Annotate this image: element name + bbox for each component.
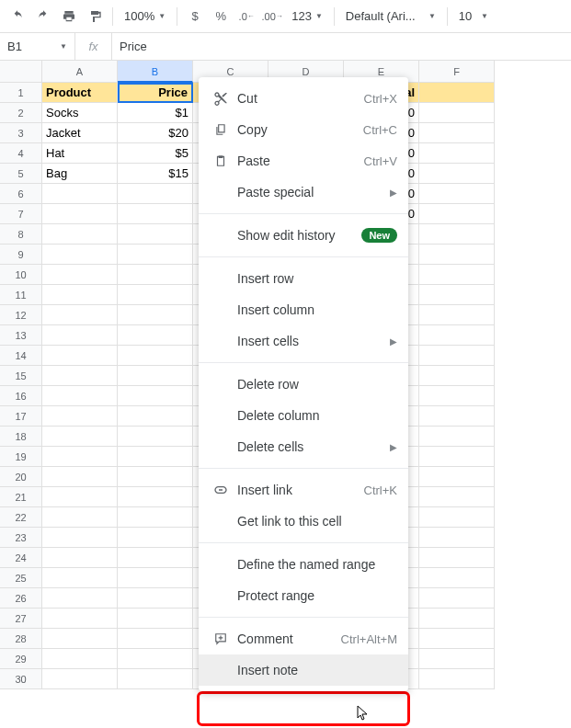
cell[interactable]: Bag: [42, 164, 118, 184]
ctx-delete-row[interactable]: Delete row: [199, 369, 408, 400]
cell[interactable]: [419, 487, 495, 507]
cell[interactable]: [419, 669, 495, 689]
cell[interactable]: [419, 609, 495, 629]
cell[interactable]: [118, 447, 193, 467]
cell[interactable]: [42, 245, 118, 265]
cell[interactable]: [42, 325, 118, 346]
cell[interactable]: [118, 245, 193, 265]
cell[interactable]: [118, 325, 193, 346]
cell[interactable]: [419, 548, 495, 568]
cell[interactable]: [42, 366, 118, 386]
cell[interactable]: [419, 568, 495, 588]
cell[interactable]: [42, 507, 118, 528]
cell[interactable]: [42, 528, 118, 548]
cell[interactable]: [42, 447, 118, 467]
cell[interactable]: [42, 224, 118, 245]
cell[interactable]: $5: [118, 143, 193, 164]
row-header[interactable]: 1: [0, 83, 42, 103]
ctx-copy[interactable]: Copy Ctrl+C: [199, 114, 408, 145]
row-header[interactable]: 15: [0, 366, 42, 386]
cell[interactable]: Price: [118, 83, 193, 103]
col-header-B[interactable]: B: [118, 61, 193, 83]
row-header[interactable]: 19: [0, 447, 42, 467]
row-header[interactable]: 13: [0, 325, 42, 346]
cell[interactable]: [419, 184, 495, 204]
cell[interactable]: [419, 123, 495, 143]
row-header[interactable]: 21: [0, 487, 42, 507]
cell[interactable]: [118, 568, 193, 588]
cell[interactable]: [419, 588, 495, 609]
row-header[interactable]: 10: [0, 265, 42, 285]
cell[interactable]: [42, 265, 118, 285]
cell[interactable]: [419, 406, 495, 427]
cell[interactable]: [118, 588, 193, 609]
cell[interactable]: [419, 507, 495, 528]
cell[interactable]: [419, 143, 495, 164]
cell[interactable]: [118, 609, 193, 629]
cell[interactable]: [118, 224, 193, 245]
ctx-insert-column[interactable]: Insert column: [199, 294, 408, 325]
row-header[interactable]: 23: [0, 528, 42, 548]
ctx-insert-row[interactable]: Insert row: [199, 263, 408, 294]
cell[interactable]: Socks: [42, 103, 118, 123]
cell[interactable]: [118, 204, 193, 224]
redo-button[interactable]: [31, 5, 55, 28]
formula-input[interactable]: Price: [112, 40, 154, 53]
row-header[interactable]: 11: [0, 285, 42, 305]
row-header[interactable]: 26: [0, 588, 42, 609]
cell[interactable]: [42, 204, 118, 224]
cell[interactable]: [419, 204, 495, 224]
ctx-get-link[interactable]: Get link to this cell: [199, 506, 408, 537]
cell[interactable]: [42, 184, 118, 204]
row-header[interactable]: 4: [0, 143, 42, 164]
zoom-dropdown[interactable]: 100%▼: [119, 9, 171, 23]
row-header[interactable]: 2: [0, 103, 42, 123]
cell[interactable]: Product: [42, 83, 118, 103]
row-header[interactable]: 25: [0, 568, 42, 588]
cell[interactable]: [118, 285, 193, 305]
cell[interactable]: [42, 568, 118, 588]
row-header[interactable]: 7: [0, 204, 42, 224]
cell[interactable]: [419, 224, 495, 245]
cell[interactable]: [42, 487, 118, 507]
cell[interactable]: $1: [118, 103, 193, 123]
row-header[interactable]: 18: [0, 427, 42, 447]
cell[interactable]: [419, 386, 495, 406]
cell[interactable]: [42, 609, 118, 629]
cell[interactable]: [118, 427, 193, 447]
cell[interactable]: [118, 406, 193, 427]
cell[interactable]: $15: [118, 164, 193, 184]
cell[interactable]: [118, 487, 193, 507]
cell[interactable]: Jacket: [42, 123, 118, 143]
cell[interactable]: [419, 285, 495, 305]
cell[interactable]: [419, 649, 495, 669]
cell[interactable]: [118, 386, 193, 406]
row-header[interactable]: 8: [0, 224, 42, 245]
cell[interactable]: [42, 669, 118, 689]
row-header[interactable]: 27: [0, 609, 42, 629]
cell[interactable]: [42, 346, 118, 366]
cell[interactable]: [419, 447, 495, 467]
cell[interactable]: $20: [118, 123, 193, 143]
decrease-decimal-button[interactable]: .0←: [234, 5, 258, 28]
cell[interactable]: [118, 265, 193, 285]
increase-decimal-button[interactable]: .00→: [260, 5, 284, 28]
row-header[interactable]: 22: [0, 507, 42, 528]
row-header[interactable]: 14: [0, 346, 42, 366]
name-box[interactable]: B1▼: [0, 33, 75, 60]
ctx-protect-range[interactable]: Protect range: [199, 580, 408, 611]
cell[interactable]: [419, 629, 495, 649]
cell[interactable]: [118, 629, 193, 649]
row-header[interactable]: 24: [0, 548, 42, 568]
cell[interactable]: [118, 366, 193, 386]
cell[interactable]: [419, 528, 495, 548]
row-header[interactable]: 30: [0, 669, 42, 689]
row-header[interactable]: 9: [0, 245, 42, 265]
paint-format-button[interactable]: [83, 5, 107, 28]
cell[interactable]: [419, 346, 495, 366]
cell[interactable]: [118, 507, 193, 528]
col-header-F[interactable]: F: [419, 61, 495, 83]
cell[interactable]: [419, 245, 495, 265]
row-header[interactable]: 20: [0, 467, 42, 487]
row-header[interactable]: 5: [0, 164, 42, 184]
